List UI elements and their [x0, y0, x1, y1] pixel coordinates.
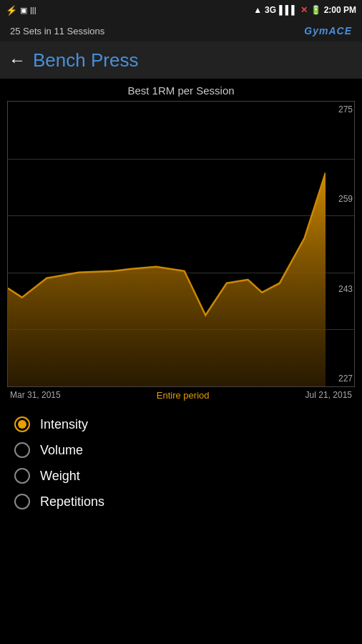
radio-circle-intensity [14, 416, 30, 432]
radio-label-weight: Weight [40, 469, 80, 484]
chart-section: Best 1RM per Session [0, 79, 362, 404]
top-info-bar: 25 Sets in 11 Sessions GymACE [0, 20, 362, 42]
time-label: 2:00 PM [324, 5, 356, 15]
radio-item-weight[interactable]: Weight [14, 468, 348, 484]
status-bar: ⚡ ▣ ||| ▲ 3G ▌▌▌ ✕ 🔋 2:00 PM [0, 0, 362, 20]
app-name: GymACE [304, 25, 352, 36]
signal-icon: ||| [30, 6, 36, 14]
chart-inner: 275 259 243 227 [7, 101, 355, 387]
back-button[interactable]: ← [9, 50, 26, 70]
title-bar: ← Bench Press [0, 42, 362, 79]
radio-item-volume[interactable]: Volume [14, 442, 348, 458]
svg-marker-0 [8, 173, 326, 387]
status-right: ▲ 3G ▌▌▌ ✕ 🔋 2:00 PM [253, 5, 356, 15]
screenshot-icon: ▣ [20, 6, 27, 15]
chart-container: 275 259 243 227 [7, 101, 355, 387]
radio-item-repetitions[interactable]: Repetitions [14, 494, 348, 509]
x-label-end: Jul 21, 2015 [305, 390, 352, 401]
sets-info: 25 Sets in 11 Sessions [10, 26, 104, 36]
radio-circle-repetitions [14, 494, 30, 509]
radio-section: Intensity Volume Weight Repetitions [0, 404, 362, 522]
radio-label-volume: Volume [40, 443, 83, 458]
x-axis-labels: Mar 31, 2015 Entire period Jul 21, 2015 [7, 390, 355, 401]
radio-circle-weight [14, 468, 30, 484]
radio-item-intensity[interactable]: Intensity [14, 416, 348, 432]
battery-icon: 🔋 [310, 5, 321, 15]
x-label-start: Mar 31, 2015 [10, 390, 61, 401]
radio-inner-intensity [18, 420, 26, 429]
page-title: Bench Press [33, 49, 138, 72]
network-label: 3G [265, 5, 276, 15]
radio-circle-volume [14, 442, 30, 458]
radio-label-intensity: Intensity [40, 417, 88, 432]
wifi-icon: ▲ [253, 5, 262, 15]
chart-title: Best 1RM per Session [0, 84, 362, 97]
status-left: ⚡ ▣ ||| [6, 5, 36, 16]
signal-bars: ▌▌▌ [279, 5, 298, 15]
x-label-center[interactable]: Entire period [157, 390, 210, 401]
radio-label-repetitions: Repetitions [40, 494, 104, 509]
usb-icon: ⚡ [6, 5, 17, 16]
chart-svg [8, 102, 326, 386]
x-icon: ✕ [300, 5, 308, 15]
